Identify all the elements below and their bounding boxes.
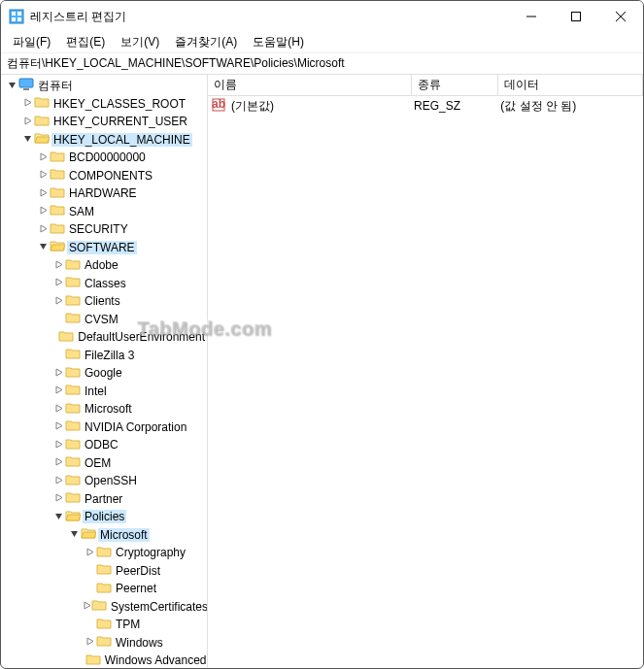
tree-node[interactable]: TPM — [1, 616, 207, 634]
close-button[interactable] — [598, 1, 643, 32]
expand-icon[interactable] — [36, 188, 50, 199]
menu-favorites[interactable]: 즐겨찾기(A) — [167, 32, 245, 52]
registry-tree[interactable]: 컴퓨터HKEY_CLASSES_ROOTHKEY_CURRENT_USERHKE… — [1, 75, 207, 668]
tree-node-label: Cryptography — [114, 546, 187, 559]
expand-icon[interactable] — [83, 548, 96, 558]
tree-node[interactable]: Windows Advanced — [1, 652, 207, 668]
tree-node[interactable]: Classes — [1, 275, 207, 293]
expand-icon[interactable] — [51, 493, 65, 504]
svg-rect-10 — [23, 88, 29, 90]
column-name[interactable]: 이름 — [208, 75, 412, 95]
tree-node-label: COMPONENTS — [67, 169, 154, 183]
tree-node[interactable]: ODBC — [1, 436, 207, 454]
expand-icon[interactable] — [51, 440, 65, 451]
folder-icon — [96, 581, 112, 597]
expand-icon[interactable] — [51, 476, 65, 486]
svg-rect-2 — [17, 12, 21, 16]
expand-icon[interactable] — [83, 637, 96, 648]
value-data: (값 설정 안 됨) — [498, 98, 643, 115]
folder-icon — [65, 257, 81, 274]
minimize-button[interactable] — [509, 1, 554, 32]
menu-help[interactable]: 도움말(H) — [245, 32, 312, 52]
expand-icon[interactable] — [51, 421, 65, 432]
svg-rect-6 — [572, 13, 581, 21]
values-panel: 이름 종류 데이터 ab(기본값)REG_SZ(값 설정 안 됨) — [208, 75, 643, 668]
tree-node[interactable]: COMPONENTS — [1, 167, 207, 185]
svg-rect-4 — [17, 17, 21, 21]
expand-icon[interactable] — [51, 457, 65, 468]
expand-icon[interactable] — [51, 296, 65, 307]
tree-node[interactable]: Intel — [1, 383, 207, 401]
value-name: (기본값) — [229, 98, 274, 115]
expand-icon[interactable] — [20, 117, 34, 127]
tree-node[interactable]: Adobe — [1, 256, 207, 275]
tree-node[interactable]: Microsoft — [1, 526, 207, 545]
tree-node[interactable]: Microsoft — [1, 400, 207, 418]
expand-icon[interactable] — [83, 601, 91, 612]
tree-node[interactable]: Cryptography — [1, 544, 207, 562]
folder-icon — [65, 383, 81, 399]
tree-node[interactable]: SAM — [1, 203, 207, 221]
tree-node[interactable]: NVIDIA Corporation — [1, 418, 207, 437]
expand-icon[interactable] — [36, 152, 50, 163]
address-bar[interactable]: 컴퓨터\HKEY_LOCAL_MACHINE\SOFTWARE\Policies… — [1, 53, 643, 75]
tree-node-label: Intel — [83, 385, 109, 398]
tree-node[interactable]: Google — [1, 364, 207, 383]
tree-node-label: CVSM — [83, 313, 120, 326]
menu-view[interactable]: 보기(V) — [113, 32, 167, 52]
collapse-icon[interactable] — [36, 242, 50, 252]
tree-node[interactable]: SECURITY — [1, 220, 207, 239]
folder-icon — [65, 437, 81, 453]
value-row[interactable]: ab(기본값)REG_SZ(값 설정 안 됨) — [208, 96, 643, 114]
column-data[interactable]: 데이터 — [498, 75, 643, 95]
list-header: 이름 종류 데이터 — [208, 75, 643, 96]
column-type[interactable]: 종류 — [412, 75, 498, 95]
tree-node[interactable]: OpenSSH — [1, 472, 207, 490]
tree-node[interactable]: CVSM — [1, 311, 207, 329]
tree-node-label: DefaultUserEnvironment — [76, 330, 207, 344]
expand-icon[interactable] — [36, 224, 50, 235]
tree-node[interactable]: HARDWARE — [1, 184, 207, 203]
collapse-icon[interactable] — [20, 134, 34, 145]
tree-node[interactable]: Partner — [1, 490, 207, 509]
tree-node[interactable]: PeerDist — [1, 562, 207, 581]
value-type: REG_SZ — [412, 99, 498, 113]
tree-node-label: HKEY_CURRENT_USER — [51, 115, 189, 128]
tree-node[interactable]: HKEY_LOCAL_MACHINE — [1, 131, 207, 150]
tree-node[interactable]: Peernet — [1, 580, 207, 598]
menu-file[interactable]: 파일(F) — [5, 32, 58, 52]
tree-node-label: OpenSSH — [83, 474, 139, 487]
tree-node[interactable]: HKEY_CLASSES_ROOT — [1, 95, 207, 114]
folder-icon — [34, 95, 50, 112]
expand-icon[interactable] — [51, 368, 65, 379]
content-area: 컴퓨터HKEY_CLASSES_ROOTHKEY_CURRENT_USERHKE… — [1, 75, 643, 668]
tree-node[interactable]: DefaultUserEnvironment — [1, 328, 207, 347]
titlebar: 레지스트리 편집기 — [1, 1, 643, 32]
collapse-icon[interactable] — [51, 512, 65, 522]
expand-icon[interactable] — [51, 260, 65, 271]
expand-icon[interactable] — [36, 170, 50, 181]
collapse-icon[interactable] — [5, 81, 18, 91]
tree-node[interactable]: OEM — [1, 454, 207, 473]
tree-node-label: Policies — [83, 510, 126, 523]
tree-node[interactable]: BCD00000000 — [1, 149, 207, 167]
maximize-button[interactable] — [554, 1, 598, 32]
collapse-icon[interactable] — [67, 529, 81, 540]
expand-icon[interactable] — [51, 385, 65, 396]
tree-node[interactable]: Clients — [1, 292, 207, 311]
expand-icon[interactable] — [51, 278, 65, 288]
tree-node[interactable]: Policies — [1, 508, 207, 526]
expand-icon[interactable] — [51, 404, 65, 415]
tree-node-label: SystemCertificates — [109, 600, 208, 614]
tree-node[interactable]: HKEY_CURRENT_USER — [1, 113, 207, 131]
expand-icon[interactable] — [20, 98, 34, 109]
tree-node[interactable]: FileZilla 3 — [1, 347, 207, 365]
tree-node[interactable]: SystemCertificates — [1, 598, 207, 617]
tree-node[interactable]: 컴퓨터 — [1, 77, 207, 95]
tree-node[interactable]: Windows — [1, 634, 207, 652]
menu-edit[interactable]: 편집(E) — [58, 32, 113, 52]
tree-node-label: Partner — [83, 492, 124, 506]
expand-icon[interactable] — [36, 206, 50, 217]
tree-node[interactable]: SOFTWARE — [1, 239, 207, 257]
list-body[interactable]: ab(기본값)REG_SZ(값 설정 안 됨) — [208, 96, 643, 668]
